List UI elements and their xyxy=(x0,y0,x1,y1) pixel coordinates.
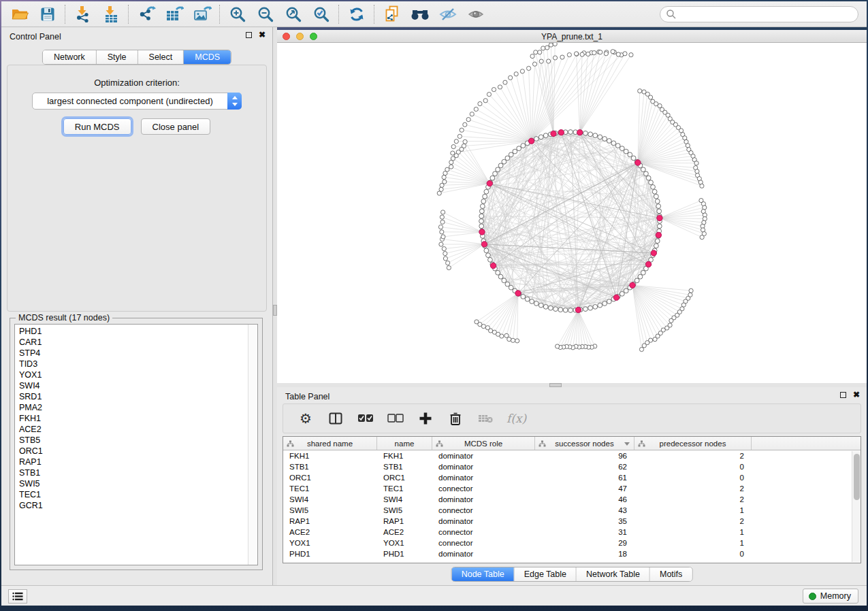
table-cell: 1 xyxy=(634,506,752,514)
mcds-result-item[interactable]: SWI5 xyxy=(19,478,257,489)
mcds-result-item[interactable]: PHD1 xyxy=(19,326,257,337)
result-list-scrollbar[interactable] xyxy=(248,325,257,565)
mcds-result-item[interactable]: STB1 xyxy=(19,467,257,478)
mcds-result-item[interactable]: TEC1 xyxy=(19,489,257,500)
show-all-button[interactable] xyxy=(462,3,489,26)
export-table-button[interactable] xyxy=(160,3,188,26)
mcds-result-item[interactable]: YOX1 xyxy=(19,369,257,380)
table-cell: 0 xyxy=(634,463,752,471)
zoom-selected-button[interactable] xyxy=(307,3,335,26)
show-columns-button[interactable] xyxy=(327,408,344,429)
close-panel-icon[interactable]: ✖ xyxy=(853,391,860,398)
table-row[interactable]: RAP1RAP1dominator352 xyxy=(283,516,861,527)
import-table-button[interactable] xyxy=(97,3,125,26)
zoom-fit-button[interactable] xyxy=(279,3,307,26)
mcds-result-item[interactable]: CAR1 xyxy=(19,337,257,348)
table-settings-button[interactable]: ⚙ xyxy=(297,408,315,429)
table-cell: STB1 xyxy=(377,463,432,471)
import-network-button[interactable] xyxy=(69,3,97,26)
mcds-result-item[interactable]: STP4 xyxy=(19,348,257,359)
network-window: YPA_prune.txt_1 xyxy=(277,30,867,383)
select-all-columns-button[interactable] xyxy=(357,408,374,429)
mcds-result-item[interactable]: PMA2 xyxy=(19,402,257,413)
export-image-button[interactable] xyxy=(188,3,216,26)
float-panel-icon[interactable] xyxy=(246,32,252,38)
search-network-button[interactable] xyxy=(406,3,434,26)
toolbar-separator xyxy=(338,5,339,24)
hide-selected-button[interactable] xyxy=(434,3,462,26)
mcds-result-item[interactable]: SWI4 xyxy=(19,380,257,391)
zoom-fit-icon xyxy=(285,5,302,23)
mcds-result-item[interactable]: ORC1 xyxy=(19,446,257,457)
tab-motifs[interactable]: Motifs xyxy=(650,567,692,581)
open-session-button[interactable] xyxy=(5,3,33,26)
mcds-result-items: PHD1CAR1STP4TID3YOX1SWI4SRD1PMA2FKH1ACE2… xyxy=(19,326,257,511)
delete-column-button[interactable] xyxy=(447,408,464,429)
table-row[interactable]: YOX1YOX1connector291 xyxy=(283,538,861,548)
table-row[interactable]: STB1STB1dominator620 xyxy=(283,461,861,472)
table-row[interactable]: TEC1TEC1connector472 xyxy=(283,483,861,494)
table-row[interactable]: ACE2ACE2connector311 xyxy=(283,527,861,538)
unchecked-boxes-icon xyxy=(387,414,404,423)
function-builder-button[interactable]: f(x) xyxy=(507,408,526,429)
zoom-in-button[interactable] xyxy=(223,3,251,26)
export-image-icon xyxy=(193,5,212,23)
mcds-result-list[interactable]: PHD1CAR1STP4TID3YOX1SWI4SRD1PMA2FKH1ACE2… xyxy=(14,324,258,565)
mcds-result-item[interactable]: ACE2 xyxy=(19,424,257,435)
tab-network[interactable]: Network xyxy=(43,50,97,64)
task-history-button[interactable] xyxy=(8,589,27,604)
add-column-button[interactable] xyxy=(417,408,434,429)
table-row[interactable]: SWI5SWI5connector431 xyxy=(283,505,861,516)
mcds-result-item[interactable]: FKH1 xyxy=(19,413,257,424)
tab-select[interactable]: Select xyxy=(138,50,184,64)
mcds-result-item[interactable]: SRD1 xyxy=(19,391,257,402)
menu-list-icon xyxy=(12,592,23,601)
zoom-out-button[interactable] xyxy=(251,3,279,26)
mcds-result-item[interactable]: RAP1 xyxy=(19,457,257,467)
zoom-out-icon xyxy=(257,5,274,23)
network-search-box[interactable] xyxy=(660,6,858,22)
save-session-button[interactable] xyxy=(33,3,61,26)
column-header-shared-name[interactable]: shared name xyxy=(283,437,377,450)
float-panel-icon[interactable] xyxy=(840,392,846,398)
optimization-select[interactable]: largest connected component (undirected) xyxy=(32,93,242,110)
table-cell: 62 xyxy=(535,463,634,471)
tab-mcds[interactable]: MCDS xyxy=(184,50,231,64)
table-cell: 96 xyxy=(535,452,634,460)
table-row[interactable]: FKH1FKH1dominator962 xyxy=(283,450,861,461)
delete-table-button[interactable] xyxy=(477,408,494,429)
table-cell: 2 xyxy=(634,495,752,503)
close-panel-icon[interactable]: ✖ xyxy=(259,31,266,38)
column-header-MCDS-role[interactable]: MCDS role xyxy=(432,437,535,450)
column-header-name[interactable]: name xyxy=(377,437,432,450)
close-panel-button[interactable]: Close panel xyxy=(141,118,211,135)
table-row[interactable]: PHD1PHD1dominator180 xyxy=(283,548,861,559)
unselect-all-columns-button[interactable] xyxy=(387,408,404,429)
mcds-result-item[interactable]: STB5 xyxy=(19,435,257,446)
table-cell: dominator xyxy=(432,463,535,471)
mcds-result-item[interactable]: GCR1 xyxy=(19,500,257,511)
copy-network-button[interactable] xyxy=(378,3,406,26)
table-scrollbar[interactable] xyxy=(852,451,861,562)
run-mcds-button[interactable]: Run MCDS xyxy=(63,118,131,135)
memory-button[interactable]: Memory xyxy=(803,589,858,604)
tab-edge-table[interactable]: Edge Table xyxy=(515,567,577,581)
export-network-button[interactable] xyxy=(132,3,160,26)
tab-network-table[interactable]: Network Table xyxy=(577,567,650,581)
table-cell: TEC1 xyxy=(283,484,377,493)
search-input[interactable] xyxy=(677,8,858,20)
tab-node-table[interactable]: Node Table xyxy=(452,567,515,581)
table-cell: YOX1 xyxy=(283,539,377,547)
plus-icon xyxy=(419,412,432,425)
table-scrollbar-thumb[interactable] xyxy=(854,454,860,500)
column-header-predecessor-nodes[interactable]: predecessor nodes xyxy=(634,437,752,450)
mcds-result-item[interactable]: TID3 xyxy=(19,359,257,369)
column-header-successor-nodes[interactable]: successor nodes xyxy=(535,437,634,450)
refresh-view-button[interactable] xyxy=(342,3,370,26)
table-row[interactable]: ORC1ORC1dominator610 xyxy=(283,472,861,483)
table-row[interactable]: SWI4SWI4dominator462 xyxy=(283,494,861,505)
tab-style[interactable]: Style xyxy=(97,50,138,64)
network-canvas[interactable] xyxy=(277,43,867,383)
export-network-icon xyxy=(137,5,156,23)
memory-status-icon xyxy=(809,593,816,600)
